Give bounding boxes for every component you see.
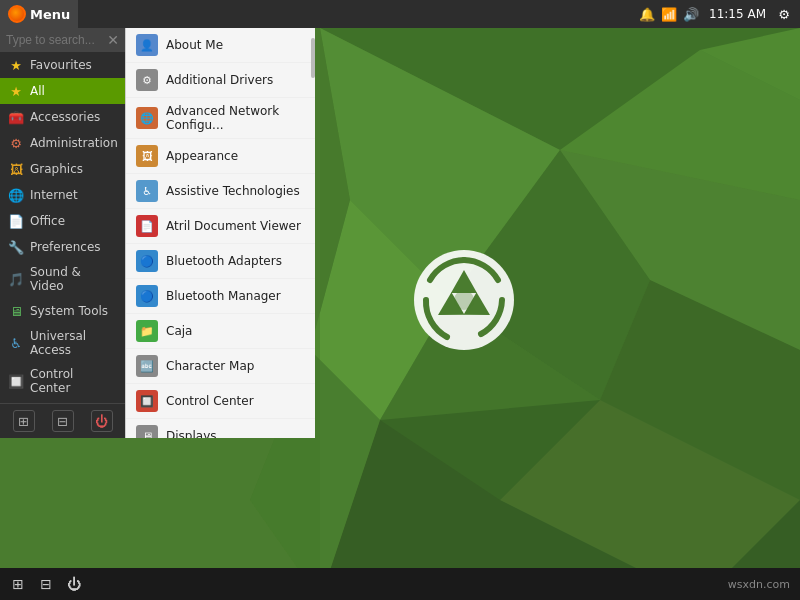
- show-desktop-button[interactable]: ⊞: [6, 572, 30, 596]
- app-item[interactable]: 📁Caja: [126, 314, 315, 349]
- app-item[interactable]: ⚙Additional Drivers: [126, 63, 315, 98]
- preferences-icon: 🔧: [8, 239, 24, 255]
- sidebar-item-system-tools[interactable]: 🖥System Tools: [0, 298, 125, 324]
- app-item[interactable]: 🌐Advanced Network Configu...: [126, 98, 315, 139]
- menu-label: Menu: [30, 7, 70, 22]
- sidebar-item-control-center[interactable]: 🔲Control Center: [0, 362, 125, 400]
- add-to-panel-button[interactable]: ⊞: [13, 410, 35, 432]
- universal-access-icon: ♿: [8, 335, 24, 351]
- app-item[interactable]: 🔤Character Map: [126, 349, 315, 384]
- app-label: Appearance: [166, 149, 238, 163]
- graphics-icon: 🖼: [8, 161, 24, 177]
- settings-icon[interactable]: ⚙: [776, 6, 792, 22]
- app-icon: 🖥: [136, 425, 158, 438]
- notification-icon[interactable]: 🔔: [639, 6, 655, 22]
- wsxdn-watermark: wsxdn.com: [728, 578, 796, 591]
- taskbar-right: 🔔 📶 🔊 11:15 AM ⚙: [639, 6, 800, 22]
- sidebar-item-label: Administration: [30, 136, 118, 150]
- sidebar-item-universal-access[interactable]: ♿Universal Access: [0, 324, 125, 362]
- sidebar-item-label: Universal Access: [30, 329, 117, 357]
- app-label: Control Center: [166, 394, 254, 408]
- clock: 11:15 AM: [705, 7, 770, 21]
- svg-point-18: [454, 290, 474, 310]
- app-item[interactable]: 🔲Control Center: [126, 384, 315, 419]
- sidebar-item-sound-video[interactable]: 🎵Sound & Video: [0, 260, 125, 298]
- sidebar-item-accessories[interactable]: 🧰Accessories: [0, 104, 125, 130]
- app-label: Bluetooth Manager: [166, 289, 281, 303]
- sidebar-item-favourites[interactable]: ★Favourites: [0, 52, 125, 78]
- app-item[interactable]: ♿Assistive Technologies: [126, 174, 315, 209]
- menu-button[interactable]: Menu: [0, 0, 78, 28]
- sidebar-item-office[interactable]: 📄Office: [0, 208, 125, 234]
- add-to-desktop-button[interactable]: ⊟: [52, 410, 74, 432]
- sidebar-item-label: Graphics: [30, 162, 83, 176]
- sidebar-item-label: System Tools: [30, 304, 108, 318]
- app-label: Displays: [166, 429, 216, 438]
- minimize-all-button[interactable]: ⊟: [34, 572, 58, 596]
- app-icon: 🔲: [136, 390, 158, 412]
- sidebar-item-label: Accessories: [30, 110, 100, 124]
- app-item[interactable]: 👤About Me: [126, 28, 315, 63]
- app-label: Advanced Network Configu...: [166, 104, 305, 132]
- app-item[interactable]: 🔵Bluetooth Adapters: [126, 244, 315, 279]
- bottom-taskbar: ⊞ ⊟ ⏻ wsxdn.com: [0, 568, 800, 600]
- app-label: Character Map: [166, 359, 254, 373]
- app-item[interactable]: 📄Atril Document Viewer: [126, 209, 315, 244]
- power-button[interactable]: ⏻: [62, 572, 86, 596]
- sidebar-item-administration[interactable]: ⚙Administration: [0, 130, 125, 156]
- sidebar-item-label: Internet: [30, 188, 78, 202]
- scrollbar[interactable]: [311, 38, 315, 78]
- search-clear-button[interactable]: ✕: [107, 32, 119, 48]
- control-center-icon: 🔲: [8, 373, 24, 389]
- apps-panel: 👤About Me⚙Additional Drivers🌐Advanced Ne…: [125, 28, 315, 438]
- app-icon: 🖼: [136, 145, 158, 167]
- sound-video-icon: 🎵: [8, 271, 24, 287]
- app-icon: 🌐: [136, 107, 158, 129]
- network-icon[interactable]: 📶: [661, 6, 677, 22]
- sidebar-item-internet[interactable]: 🌐Internet: [0, 182, 125, 208]
- app-label: Additional Drivers: [166, 73, 273, 87]
- sidebar-item-preferences[interactable]: 🔧Preferences: [0, 234, 125, 260]
- category-list: ★Favourites★All🧰Accessories⚙Administrati…: [0, 52, 125, 403]
- sidebar-item-label: Control Center: [30, 367, 117, 395]
- accessories-icon: 🧰: [8, 109, 24, 125]
- app-label: Atril Document Viewer: [166, 219, 301, 233]
- sidebar-item-label: Office: [30, 214, 65, 228]
- office-icon: 📄: [8, 213, 24, 229]
- logout-button[interactable]: ⏻: [91, 410, 113, 432]
- app-icon: ⚙: [136, 69, 158, 91]
- app-label: Caja: [166, 324, 192, 338]
- app-label: Assistive Technologies: [166, 184, 300, 198]
- sidebar-item-graphics[interactable]: 🖼Graphics: [0, 156, 125, 182]
- volume-icon[interactable]: 🔊: [683, 6, 699, 22]
- search-bar: ✕: [0, 28, 125, 52]
- sidebar-item-all[interactable]: ★All: [0, 78, 125, 104]
- all-icon: ★: [8, 83, 24, 99]
- app-label: Bluetooth Adapters: [166, 254, 282, 268]
- app-icon: 🔵: [136, 285, 158, 307]
- favourites-icon: ★: [8, 57, 24, 73]
- top-taskbar: Menu 🔔 📶 🔊 11:15 AM ⚙: [0, 0, 800, 28]
- app-icon: ♿: [136, 180, 158, 202]
- apps-list: 👤About Me⚙Additional Drivers🌐Advanced Ne…: [126, 28, 315, 438]
- sidebar-item-label: Preferences: [30, 240, 101, 254]
- app-item[interactable]: 🔵Bluetooth Manager: [126, 279, 315, 314]
- application-menu: ✕ ★Favourites★All🧰Accessories⚙Administra…: [0, 28, 315, 438]
- app-label: About Me: [166, 38, 223, 52]
- app-item[interactable]: 🖥Displays: [126, 419, 315, 438]
- app-icon: 🔵: [136, 250, 158, 272]
- sidebar-item-label: Sound & Video: [30, 265, 117, 293]
- app-item[interactable]: 🖼Appearance: [126, 139, 315, 174]
- app-icon: 📄: [136, 215, 158, 237]
- firefox-icon: [8, 5, 26, 23]
- sidebar-item-label: Favourites: [30, 58, 92, 72]
- app-icon: 👤: [136, 34, 158, 56]
- internet-icon: 🌐: [8, 187, 24, 203]
- search-input[interactable]: [6, 33, 103, 47]
- system-tools-icon: 🖥: [8, 303, 24, 319]
- app-icon: 📁: [136, 320, 158, 342]
- category-panel: ✕ ★Favourites★All🧰Accessories⚙Administra…: [0, 28, 125, 438]
- app-icon: 🔤: [136, 355, 158, 377]
- action-bar: ⊞ ⊟ ⏻: [0, 403, 125, 438]
- sidebar-item-label: All: [30, 84, 45, 98]
